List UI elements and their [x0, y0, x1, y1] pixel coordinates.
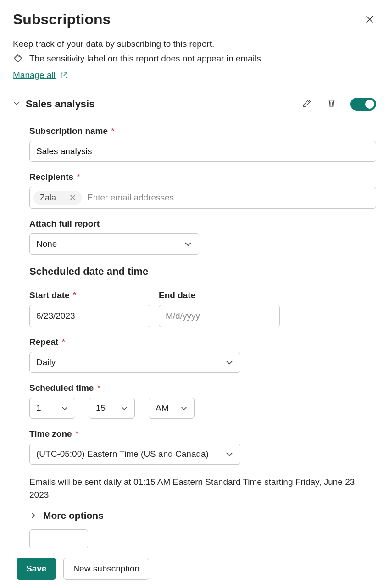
subscription-title: Sales analysis	[26, 98, 301, 110]
name-label: Subscription name *	[29, 126, 376, 136]
panel-header: Subscriptions	[13, 11, 376, 35]
panel-footer: Save New subscription	[0, 549, 389, 588]
hour-select[interactable]: 1	[29, 398, 75, 419]
manage-all-label: Manage all	[13, 70, 56, 80]
scheduled-time-label: Scheduled time *	[29, 383, 376, 393]
end-date-label: End date	[159, 290, 280, 300]
ampm-value: AM	[156, 403, 169, 413]
start-date-col: Start date *	[29, 280, 150, 327]
more-options-toggle[interactable]: More options	[29, 510, 376, 521]
close-button[interactable]	[363, 13, 376, 26]
schedule-summary: Emails will be sent daily at 01:15 AM Ea…	[29, 476, 376, 501]
chevron-down-icon	[225, 358, 233, 366]
subscription-name-input[interactable]	[29, 141, 376, 162]
trash-icon	[327, 98, 337, 108]
time-row: 1 15 AM	[29, 398, 376, 419]
collapse-toggle[interactable]	[13, 100, 20, 108]
subscription-item-header: Sales analysis	[13, 89, 376, 116]
cutoff-element	[29, 529, 88, 548]
chevron-down-icon	[61, 405, 68, 412]
required-marker: *	[74, 172, 80, 182]
tag-icon	[13, 54, 23, 64]
chevron-down-icon	[13, 100, 20, 107]
repeat-value: Daily	[36, 357, 56, 367]
start-date-input[interactable]	[29, 305, 150, 327]
delete-button[interactable]	[326, 97, 338, 111]
attach-select[interactable]: None	[29, 233, 199, 255]
recipient-chip-label: Zala...	[40, 193, 63, 203]
date-row: Start date * End date	[29, 280, 376, 327]
ampm-select[interactable]: AM	[149, 398, 194, 419]
minute-value: 15	[96, 403, 106, 413]
subscriptions-panel: Subscriptions Keep track of your data by…	[0, 0, 389, 548]
timezone-select[interactable]: (UTC-05:00) Eastern Time (US and Canada)	[29, 444, 240, 465]
start-date-field[interactable]	[35, 311, 146, 322]
start-date-label: Start date *	[29, 290, 150, 300]
panel-subtitle: Keep track of your data by subscribing t…	[13, 39, 376, 49]
recipients-text-input[interactable]	[86, 192, 372, 203]
sensitivity-text: The sensitivity label on this report doe…	[29, 54, 263, 64]
sensitivity-note: The sensitivity label on this report doe…	[13, 54, 376, 64]
required-marker: *	[109, 126, 115, 136]
pencil-icon	[302, 98, 312, 108]
chevron-down-icon	[121, 405, 128, 412]
end-date-col: End date	[159, 280, 280, 327]
hour-value: 1	[36, 403, 41, 413]
close-icon	[365, 15, 374, 24]
required-marker: *	[73, 429, 79, 438]
chevron-down-icon	[180, 405, 188, 412]
chevron-down-icon	[184, 240, 192, 248]
recipients-input-box[interactable]: Zala... ✕	[29, 187, 376, 209]
svg-point-0	[19, 56, 20, 57]
recipients-label: Recipients *	[29, 172, 376, 182]
page-title: Subscriptions	[13, 11, 111, 28]
subscription-actions	[301, 97, 376, 111]
remove-recipient-button[interactable]: ✕	[67, 194, 78, 202]
chevron-right-icon	[29, 512, 37, 519]
enable-toggle[interactable]	[350, 98, 376, 111]
attach-value: None	[36, 239, 57, 249]
subscription-form: Subscription name * Recipients * Zala...…	[13, 126, 376, 548]
required-marker: *	[94, 383, 100, 393]
required-marker: *	[71, 290, 77, 300]
timezone-label: Time zone *	[29, 429, 376, 439]
timezone-value: (UTC-05:00) Eastern Time (US and Canada)	[36, 449, 209, 459]
external-link-icon	[60, 71, 68, 79]
chevron-down-icon	[225, 450, 233, 458]
required-marker: *	[59, 337, 65, 347]
manage-all-link[interactable]: Manage all	[13, 70, 68, 80]
save-button[interactable]: Save	[17, 558, 56, 580]
repeat-select[interactable]: Daily	[29, 352, 240, 373]
more-options-label: More options	[43, 510, 104, 521]
attach-label: Attach full report	[29, 219, 376, 229]
repeat-label: Repeat *	[29, 337, 376, 347]
new-subscription-button[interactable]: New subscription	[63, 558, 149, 580]
end-date-field[interactable]	[165, 311, 275, 322]
edit-button[interactable]	[301, 97, 313, 111]
end-date-input[interactable]	[159, 305, 280, 327]
schedule-heading: Scheduled date and time	[29, 266, 376, 277]
recipient-chip: Zala... ✕	[33, 191, 82, 205]
minute-select[interactable]: 15	[89, 398, 135, 419]
